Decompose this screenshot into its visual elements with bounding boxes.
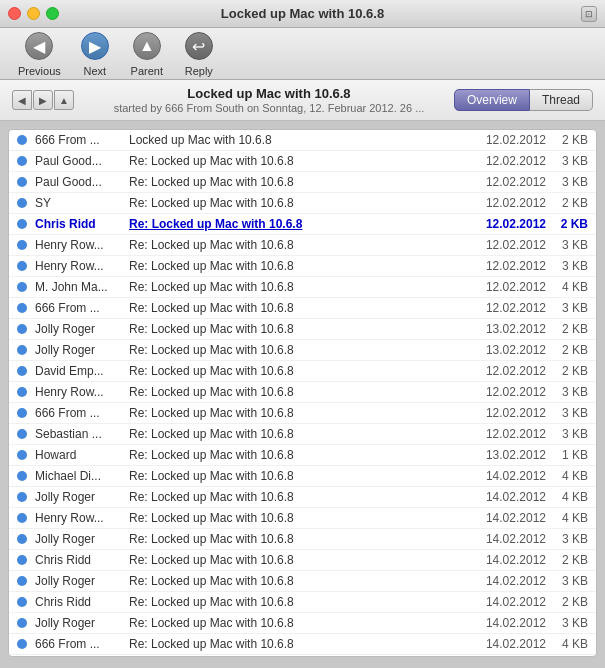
message-sender: Henry Row...	[35, 238, 125, 252]
message-date: 12.02.2012	[474, 217, 546, 231]
message-date: 12.02.2012	[474, 280, 546, 294]
parent-icon: ▲	[131, 30, 163, 62]
message-size: 3 KB	[552, 385, 588, 399]
message-subject: Re: Locked up Mac with 10.6.8	[125, 259, 474, 273]
unread-dot	[17, 261, 27, 271]
table-row[interactable]: Chris RiddRe: Locked up Mac with 10.6.81…	[9, 214, 596, 235]
message-sender: 666 From ...	[35, 301, 125, 315]
message-subject: Re: Locked up Mac with 10.6.8	[125, 490, 474, 504]
table-row[interactable]: Henry Row...Re: Locked up Mac with 10.6.…	[9, 256, 596, 277]
table-row[interactable]: 666 From ...Re: Locked up Mac with 10.6.…	[9, 634, 596, 655]
message-subject: Re: Locked up Mac with 10.6.8	[125, 616, 474, 630]
table-row[interactable]: Chris RiddRe: Locked up Mac with 10.6.81…	[9, 592, 596, 613]
tab-overview[interactable]: Overview	[454, 89, 530, 111]
message-subject: Re: Locked up Mac with 10.6.8	[125, 427, 474, 441]
unread-dot	[17, 492, 27, 502]
minimize-button[interactable]	[27, 7, 40, 20]
unread-dot	[17, 135, 27, 145]
message-sender: 666 From ...	[35, 637, 125, 651]
table-row[interactable]: Jolly RogerRe: Locked up Mac with 10.6.8…	[9, 340, 596, 361]
table-row[interactable]: HowardRe: Locked up Mac with 10.6.813.02…	[9, 445, 596, 466]
close-button[interactable]	[8, 7, 21, 20]
unread-dot	[17, 282, 27, 292]
nav-back-button[interactable]: ◀	[12, 90, 32, 110]
message-subject: Re: Locked up Mac with 10.6.8	[125, 175, 474, 189]
window-resize[interactable]: ⊡	[581, 6, 597, 22]
message-size: 2 KB	[552, 196, 588, 210]
thread-header: ◀ ▶ ▲ Locked up Mac with 10.6.8 started …	[0, 80, 605, 121]
tab-thread[interactable]: Thread	[530, 89, 593, 111]
message-sender: Jolly Roger	[35, 343, 125, 357]
previous-icon: ◀	[23, 30, 55, 62]
next-label: Next	[83, 65, 106, 77]
nav-forward-button[interactable]: ▶	[33, 90, 53, 110]
table-row[interactable]: Paul Good...Re: Locked up Mac with 10.6.…	[9, 172, 596, 193]
maximize-button[interactable]	[46, 7, 59, 20]
message-subject: Re: Locked up Mac with 10.6.8	[125, 637, 474, 651]
message-date: 12.02.2012	[474, 301, 546, 315]
message-subject: Re: Locked up Mac with 10.6.8	[125, 385, 474, 399]
table-row[interactable]: Jolly RogerRe: Locked up Mac with 10.6.8…	[9, 487, 596, 508]
message-sender: Howard	[35, 448, 125, 462]
message-subject: Re: Locked up Mac with 10.6.8	[125, 301, 474, 315]
table-row[interactable]: Jolly RogerRe: Locked up Mac with 10.6.8…	[9, 613, 596, 634]
message-sender: Henry Row...	[35, 259, 125, 273]
message-size: 2 KB	[552, 595, 588, 609]
message-size: 4 KB	[552, 637, 588, 651]
table-row[interactable]: David Emp...Re: Locked up Mac with 10.6.…	[9, 361, 596, 382]
previous-button[interactable]: ◀ Previous	[10, 26, 69, 81]
table-row[interactable]: Jolly RogerRe: Locked up Mac with 10.6.8…	[9, 571, 596, 592]
message-date: 12.02.2012	[474, 238, 546, 252]
message-date: 14.02.2012	[474, 637, 546, 651]
message-date: 12.02.2012	[474, 175, 546, 189]
message-size: 2 KB	[552, 133, 588, 147]
table-row[interactable]: Michael Di...Re: Locked up Mac with 10.6…	[9, 466, 596, 487]
table-row[interactable]: Paul Good...Re: Locked up Mac with 10.6.…	[9, 151, 596, 172]
message-subject: Re: Locked up Mac with 10.6.8	[125, 280, 474, 294]
table-row[interactable]: Jolly RogerRe: Locked up Mac with 10.6.8…	[9, 529, 596, 550]
message-size: 3 KB	[552, 238, 588, 252]
message-size: 2 KB	[552, 553, 588, 567]
table-row[interactable]: Henry Row...Re: Locked up Mac with 10.6.…	[9, 235, 596, 256]
titlebar: Locked up Mac with 10.6.8 ⊡	[0, 0, 605, 28]
message-subject: Re: Locked up Mac with 10.6.8	[125, 595, 474, 609]
table-row[interactable]: Henry Row...Re: Locked up Mac with 10.6.…	[9, 508, 596, 529]
table-row[interactable]: SYRe: Locked up Mac with 10.6.812.02.201…	[9, 193, 596, 214]
reply-label: Reply	[185, 65, 213, 77]
parent-button[interactable]: ▲ Parent	[121, 26, 173, 81]
message-date: 13.02.2012	[474, 322, 546, 336]
message-list[interactable]: 666 From ...Locked up Mac with 10.6.812.…	[8, 129, 597, 657]
unread-dot	[17, 219, 27, 229]
message-sender: Jolly Roger	[35, 490, 125, 504]
nav-arrows: ◀ ▶ ▲	[12, 90, 74, 110]
message-subject: Re: Locked up Mac with 10.6.8	[125, 238, 474, 252]
unread-dot	[17, 471, 27, 481]
table-row[interactable]: Jolly RogerRe: Locked up Mac with 10.6.8…	[9, 319, 596, 340]
table-row[interactable]: 666 From ...Re: Locked up Mac with 10.6.…	[9, 298, 596, 319]
unread-dot	[17, 534, 27, 544]
message-size: 2 KB	[552, 217, 588, 231]
message-date: 14.02.2012	[474, 511, 546, 525]
message-size: 3 KB	[552, 301, 588, 315]
table-row[interactable]: Henry Row...Re: Locked up Mac with 10.6.…	[9, 382, 596, 403]
next-button[interactable]: ▶ Next	[69, 26, 121, 81]
toolbar: ◀ Previous ▶ Next ▲ Parent ↩ Reply	[0, 28, 605, 80]
nav-up-button[interactable]: ▲	[54, 90, 74, 110]
message-subject: Re: Locked up Mac with 10.6.8	[125, 511, 474, 525]
message-size: 3 KB	[552, 574, 588, 588]
table-row[interactable]: M. John Ma...Re: Locked up Mac with 10.6…	[9, 277, 596, 298]
resize-icon[interactable]: ⊡	[581, 6, 597, 22]
thread-title-area: Locked up Mac with 10.6.8 started by 666…	[84, 86, 454, 114]
table-row[interactable]: 666 From ...Locked up Mac with 10.6.812.…	[9, 130, 596, 151]
message-sender: SY	[35, 196, 125, 210]
message-subject: Re: Locked up Mac with 10.6.8	[125, 154, 474, 168]
message-size: 3 KB	[552, 616, 588, 630]
reply-button[interactable]: ↩ Reply	[173, 26, 225, 81]
unread-dot	[17, 618, 27, 628]
unread-dot	[17, 639, 27, 649]
message-date: 14.02.2012	[474, 616, 546, 630]
table-row[interactable]: 666 From ...Re: Locked up Mac with 10.6.…	[9, 403, 596, 424]
table-row[interactable]: Sebastian ...Re: Locked up Mac with 10.6…	[9, 424, 596, 445]
table-row[interactable]: Chris RiddRe: Locked up Mac with 10.6.81…	[9, 550, 596, 571]
message-subject: Re: Locked up Mac with 10.6.8	[125, 574, 474, 588]
